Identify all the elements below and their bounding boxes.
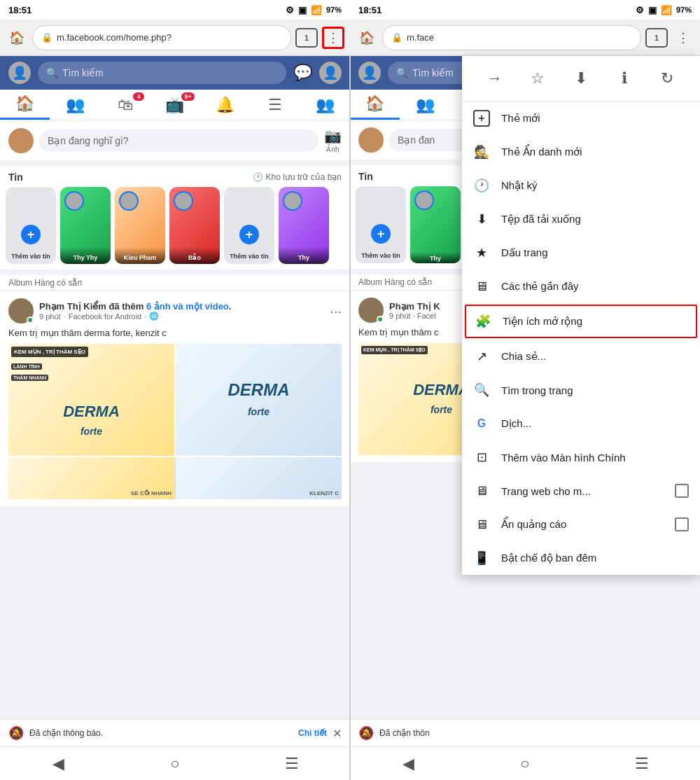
tab-count-right[interactable]: 1 <box>645 28 668 48</box>
story-kieu-pham[interactable]: Kieu Pham <box>115 187 165 264</box>
bookmark-toolbar-btn[interactable]: ☆ <box>524 64 552 92</box>
lock-icon-right: 🔒 <box>391 32 402 43</box>
fb-notification-bar: 🔕 Đã chặn thông báo. Chi tiết ✕ <box>0 719 350 746</box>
post-author-avatar <box>8 298 34 323</box>
incognito-tab-item[interactable]: 🕵 Thẻ Ẩn danh mới <box>462 135 700 169</box>
fb-profile-icon-2[interactable]: 👤 <box>319 62 342 84</box>
post-author-name-r: Phạm Thị K <box>389 301 440 312</box>
nav-friends[interactable]: 👥 <box>50 90 99 120</box>
downloads-item[interactable]: ⬇ Tệp đã tải xuống <box>462 202 700 236</box>
nav-notifications[interactable]: 🔔 <box>200 90 250 120</box>
fb-profile-icon-r[interactable]: 👤 <box>358 62 381 84</box>
nav-marketplace[interactable]: 🛍 4 <box>100 90 150 120</box>
chi-tiet-link[interactable]: Chi tiết <box>298 728 327 738</box>
story-add-2[interactable]: + Thêm vào tin <box>224 187 274 264</box>
story-thy[interactable]: Thy <box>279 187 329 264</box>
story-label-4: Thy <box>298 254 309 261</box>
notification-text-left: Đã chặn thông báo. <box>29 728 293 738</box>
bell-icon-right: 🔕 <box>358 725 374 741</box>
tab-count-left[interactable]: 1 <box>295 28 318 48</box>
home-button-left[interactable]: 🏠 <box>6 27 28 49</box>
extensions-icon: 🧩 <box>475 313 491 330</box>
story-avatar-4 <box>283 191 302 211</box>
menu-btn-right[interactable]: ☰ <box>624 747 659 780</box>
history-item[interactable]: 🕐 Nhật ký <box>462 169 700 202</box>
history-label: Nhật ký <box>501 179 538 192</box>
translate-item[interactable]: G Dịch... <box>462 407 700 440</box>
night-mode-item[interactable]: 📱 Bật chế độ ban đêm <box>462 541 700 575</box>
share-icon: ↗ <box>473 348 490 365</box>
new-tab-icon: + <box>473 110 490 127</box>
back-btn-left[interactable]: ◀ <box>41 747 76 780</box>
bottom-nav: ◀ ○ ☰ ◀ ○ ☰ <box>0 746 700 780</box>
downloads-label: Tệp đã tải xuống <box>501 213 581 225</box>
night-mode-icon: 📱 <box>473 550 490 566</box>
bookmarks-label: Dấu trang <box>501 246 548 259</box>
recent-tabs-label: Các thẻ gần đây <box>501 280 579 293</box>
photo-label: Ảnh <box>326 146 339 153</box>
search-icon: 🔍 <box>46 67 58 78</box>
nav-groups[interactable]: 👥 <box>300 90 350 120</box>
desktop-site-item[interactable]: 🖥 Trang web cho m... <box>462 474 700 508</box>
post-box-input[interactable]: Bạn đang nghĩ gì? <box>39 130 318 152</box>
menu-button-left[interactable]: ⋮ <box>322 27 344 49</box>
home-btn-right[interactable]: ○ <box>507 747 542 780</box>
notification-text-right: Đã chặn thôn <box>379 728 692 738</box>
nav-home[interactable]: 🏠 <box>0 90 50 120</box>
home-btn-left[interactable]: ○ <box>158 747 192 780</box>
find-item[interactable]: 🔍 Tìm trong trang <box>462 373 700 407</box>
info-toolbar-btn[interactable]: ℹ <box>610 64 638 92</box>
menu-button-right[interactable]: ⋮ <box>672 27 694 49</box>
fb-profile-icon[interactable]: 👤 <box>8 62 31 84</box>
recent-tabs-item[interactable]: 🖥 Các thẻ gần đây <box>462 270 700 303</box>
close-notification-btn[interactable]: ✕ <box>332 727 342 740</box>
home-button-right[interactable]: 🏠 <box>356 27 378 49</box>
fb-post-box: Bạn đang nghĩ gì? 📷 Ảnh <box>0 120 350 160</box>
settings-icon-right: ⚙ <box>636 5 644 15</box>
desktop-site-icon: 🖥 <box>473 482 490 499</box>
desktop-site-checkbox[interactable] <box>675 484 689 498</box>
block-ads-checkbox[interactable] <box>675 517 689 531</box>
back-btn-right[interactable]: ◀ <box>391 747 426 780</box>
new-tab-item[interactable]: + Thẻ mới <box>462 102 700 135</box>
story-label-1: Thy Thy <box>74 254 98 261</box>
url-bar-right[interactable]: 🔒 m.face <box>382 25 641 50</box>
story-r1[interactable]: Thy <box>410 186 461 263</box>
nav-friends-r[interactable]: 👥 <box>400 90 449 120</box>
watch-badge: 9+ <box>181 92 194 101</box>
forward-btn[interactable]: → <box>481 64 509 92</box>
add-homescreen-item[interactable]: ⊡ Thêm vào Màn hình Chính <box>462 440 700 474</box>
archive-label[interactable]: 🕐 Kho lưu trữ của bạn <box>253 172 342 182</box>
extensions-item[interactable]: 🧩 Tiện ích mở rộng <box>465 305 697 338</box>
story-add-1[interactable]: + Thêm vào tin <box>6 187 56 264</box>
story-bao[interactable]: Bảo <box>169 187 220 264</box>
share-item[interactable]: ↗ Chia sẻ... <box>462 340 700 373</box>
post-img-1: KEM MỤN , TRỊ THÂM SẸO LÀNH TÍNH THÂM NH… <box>8 344 174 456</box>
post-action: đã thêm <box>108 301 144 312</box>
dropdown-menu: → ☆ ⬇ ℹ ↻ + Thẻ mới 🕵 Thẻ Ẩn danh mới 🕐 … <box>462 56 700 575</box>
nav-menu[interactable]: ☰ <box>250 90 300 120</box>
refresh-toolbar-btn[interactable]: ↻ <box>653 64 681 92</box>
post-photo-btn[interactable]: 📷 Ảnh <box>324 127 342 153</box>
post-box-avatar <box>8 128 34 153</box>
block-ads-icon: 🖥 <box>473 516 490 533</box>
bookmarks-item[interactable]: ★ Dấu trang <box>462 236 700 270</box>
url-bar-left[interactable]: 🔒 m.facebook.com/home.php? <box>32 25 291 50</box>
post-time-r: 9 phút · Facel <box>389 312 436 320</box>
story-add-r[interactable]: + Thêm vào tin <box>356 186 406 263</box>
nav-watch[interactable]: 📺 9+ <box>150 90 200 120</box>
post-more-btn[interactable]: ··· <box>330 303 342 319</box>
download-toolbar-btn[interactable]: ⬇ <box>567 64 595 92</box>
post-time: 9 phút <box>39 312 61 321</box>
fb-messenger-icon[interactable]: 💬 <box>293 64 312 82</box>
night-mode-label: Bật chế độ ban đêm <box>501 552 596 564</box>
story-thy-thy[interactable]: Thy Thy <box>60 187 111 264</box>
fb-search-bar[interactable]: 🔍 Tìm kiếm <box>38 62 286 84</box>
online-dot <box>27 316 34 323</box>
block-ads-item[interactable]: 🖥 Ẩn quảng cáo <box>462 508 700 541</box>
nav-home-r[interactable]: 🏠 <box>350 90 400 120</box>
post-img-4: KLENZIT C <box>176 457 342 499</box>
menu-btn-left[interactable]: ☰ <box>274 747 309 780</box>
battery-icon-right: 97% <box>676 6 692 14</box>
wifi-icon-left: 📶 <box>311 5 322 15</box>
